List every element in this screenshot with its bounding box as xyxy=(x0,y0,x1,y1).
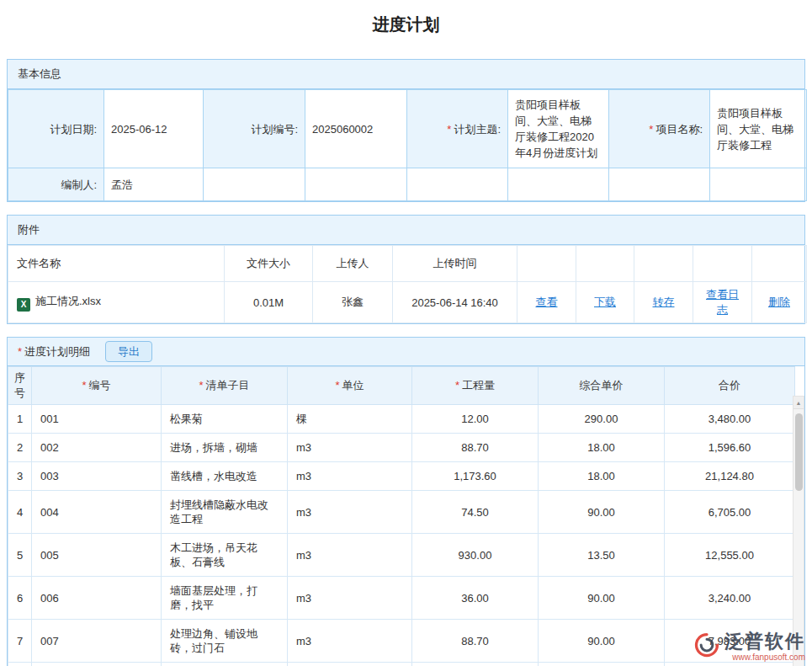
download-link[interactable]: 下载 xyxy=(594,296,616,308)
col-code: *编号 xyxy=(32,367,162,405)
detail-table-wrap: 序号 *编号 *清单子目 *单位 *工程量 综合单价 合价 1 001 松果菊 … xyxy=(8,366,804,666)
basic-info-table: 计划日期: 2025-06-12 计划编号: 2025060002 *计划主题:… xyxy=(8,89,807,201)
empty-cell xyxy=(305,168,407,201)
attachment-action-header xyxy=(517,246,576,282)
basic-info-row-1: 计划日期: 2025-06-12 计划编号: 2025060002 *计划主题:… xyxy=(8,90,807,168)
cell-total: 6,705.00 xyxy=(665,491,795,534)
basic-info-row-2: 编制人: 孟浩 xyxy=(8,168,807,201)
project-name-value: 贵阳项目样板间、大堂、电梯厅装修工程 xyxy=(710,90,807,168)
required-mark: * xyxy=(18,342,22,362)
cell-item: 封埋线槽隐蔽水电改造工程 xyxy=(162,491,288,534)
cell-code: 002 xyxy=(32,434,162,462)
required-mark: * xyxy=(649,123,653,136)
cell-item: 处理边角、铺设地砖，过门石 xyxy=(162,620,288,663)
col-file-name: 文件名称 xyxy=(8,246,225,282)
cell-quantity: 15.50 xyxy=(412,663,539,666)
attachment-uploader: 张鑫 xyxy=(313,282,393,323)
project-name-label: *项目名称: xyxy=(609,90,710,168)
cell-total: 12,555.00 xyxy=(665,534,795,577)
cell-total: 1,596.60 xyxy=(665,434,795,462)
attachment-row: X施工情况.xlsx 0.01M 张鑫 2025-06-14 16:40 查看 … xyxy=(8,282,807,323)
detail-title: 进度计划明细 xyxy=(24,342,90,362)
attachments-title: 附件 xyxy=(8,216,804,245)
cell-seq: 2 xyxy=(8,434,32,462)
view-log-link[interactable]: 查看日志 xyxy=(706,288,739,316)
detail-header-bar: * 进度计划明细 导出 xyxy=(8,338,804,366)
col-file-size: 文件大小 xyxy=(225,246,313,282)
attachment-actions: 查看日志 xyxy=(693,282,752,323)
cell-unit-price: 13.50 xyxy=(539,534,665,577)
cell-total: 3,480.00 xyxy=(665,405,795,434)
cell-unit-price: 18.00 xyxy=(539,462,665,491)
cell-seq: 1 xyxy=(8,405,32,434)
col-unit: *单位 xyxy=(288,367,412,405)
col-quantity: *工程量 xyxy=(412,367,539,405)
cell-code: 003 xyxy=(32,462,162,491)
empty-cell xyxy=(710,168,807,201)
attachment-actions: 删除 xyxy=(752,282,807,323)
cell-unit-price: 90.00 xyxy=(539,577,665,620)
table-row: 2 002 进场，拆墙，砌墙 m3 88.70 18.00 1,596.60 xyxy=(8,434,795,462)
cell-seq: 6 xyxy=(8,577,32,620)
cell-code: 004 xyxy=(32,491,162,534)
cell-code: 005 xyxy=(32,534,162,577)
cell-unit-price: 18.00 xyxy=(539,434,665,462)
cell-quantity: 88.70 xyxy=(412,620,539,663)
cell-unit: m3 xyxy=(288,620,412,663)
cell-unit: m3 xyxy=(288,462,412,491)
attachment-upload-time: 2025-06-14 16:40 xyxy=(393,282,517,323)
cell-unit: m3 xyxy=(288,663,412,666)
table-row: 7 007 处理边角、铺设地砖，过门石 m3 88.70 90.00 7,983… xyxy=(8,620,795,663)
scrollbar[interactable]: ▲ xyxy=(793,396,804,666)
export-button[interactable]: 导出 xyxy=(105,341,152,362)
cell-total: 3,240.00 xyxy=(665,577,795,620)
cell-seq: 3 xyxy=(8,462,32,491)
attachment-action-header xyxy=(634,246,693,282)
cell-quantity: 930.00 xyxy=(412,534,539,577)
cell-unit: m3 xyxy=(288,434,412,462)
scroll-up-arrow-icon[interactable]: ▲ xyxy=(793,397,804,409)
attachment-action-header xyxy=(752,246,807,282)
plan-no-label: 计划编号: xyxy=(204,90,305,168)
transfer-link[interactable]: 转存 xyxy=(653,296,675,308)
view-link[interactable]: 查看 xyxy=(536,296,558,308)
table-row: 3 003 凿线槽，水电改造 m3 1,173.60 18.00 21,124.… xyxy=(8,462,795,491)
required-mark: * xyxy=(455,379,459,392)
empty-cell xyxy=(609,168,710,201)
delete-link[interactable]: 删除 xyxy=(768,296,790,308)
plan-no-value: 2025060002 xyxy=(305,90,407,168)
attachments-table: 文件名称 文件大小 上传人 上传时间 X施工情况.xlsx 0.01M 张鑫 2… xyxy=(8,245,807,323)
brand-url: www.fanpusoft.com xyxy=(732,653,805,663)
cell-code: 001 xyxy=(32,405,162,434)
required-mark: * xyxy=(199,379,203,392)
empty-cell xyxy=(508,168,609,201)
cell-item: 进场，拆墙，砌墙 xyxy=(162,434,288,462)
cell-unit-price: 90.00 xyxy=(539,620,665,663)
col-upload-time: 上传时间 xyxy=(393,246,517,282)
cell-code: 008 xyxy=(32,663,162,666)
cell-code: 006 xyxy=(32,577,162,620)
table-row: 4 004 封埋线槽隐蔽水电改造工程 m3 74.50 90.00 6,705.… xyxy=(8,491,795,534)
author-label: 编制人: xyxy=(8,168,104,201)
detail-table: 序号 *编号 *清单子目 *单位 *工程量 综合单价 合价 1 001 松果菊 … xyxy=(8,366,795,666)
table-row: 1 001 松果菊 棵 12.00 290.00 3,480.00 xyxy=(8,405,795,434)
cell-quantity: 36.00 xyxy=(412,577,539,620)
cell-unit: m3 xyxy=(288,491,412,534)
cell-quantity: 74.50 xyxy=(412,491,539,534)
attachment-file-name: X施工情况.xlsx xyxy=(8,282,225,323)
scrollbar-thumb[interactable] xyxy=(795,413,803,491)
cell-seq: 8 xyxy=(8,663,32,666)
cell-item: 凿线槽，水电改造 xyxy=(162,462,288,491)
col-total: 合价 xyxy=(665,367,795,405)
plan-subject-value: 贵阳项目样板间、大堂、电梯厅装修工程2020年4月份进度计划 xyxy=(508,90,609,168)
required-mark: * xyxy=(82,379,86,392)
cell-unit-price: 500.00 xyxy=(539,663,665,666)
excel-file-icon: X xyxy=(17,298,30,312)
cell-total: 7,750.00 xyxy=(665,663,795,666)
cell-item: 室内空气质量检测或室内空气污染综合治理; xyxy=(162,663,288,666)
cell-unit: m3 xyxy=(288,577,412,620)
empty-cell xyxy=(204,168,305,201)
attachment-actions: 下载 xyxy=(576,282,634,323)
attachment-action-header xyxy=(693,246,752,282)
col-uploader: 上传人 xyxy=(313,246,393,282)
